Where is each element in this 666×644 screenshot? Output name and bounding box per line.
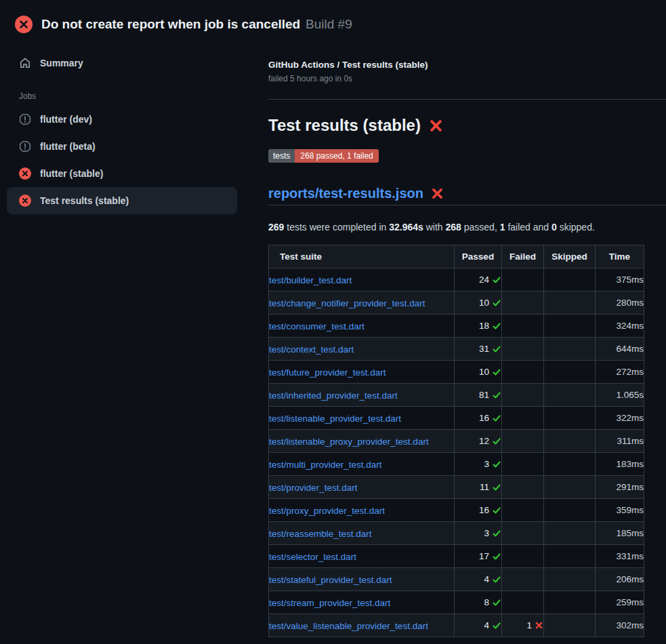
cell-time: 331ms — [596, 545, 644, 568]
column-header-test-suite: Test suite — [269, 245, 455, 268]
cell-failed — [502, 407, 544, 430]
count-value: 17 — [479, 551, 489, 561]
cell-failed: 1 — [502, 614, 544, 637]
sidebar-item-summary[interactable]: Summary — [7, 54, 237, 72]
sidebar-job-item[interactable]: Test results (stable) — [7, 187, 237, 214]
x-icon — [535, 621, 543, 630]
sidebar-job-item[interactable]: flutter (dev) — [7, 106, 237, 133]
count-value: 8 — [484, 597, 489, 607]
job-item-label: Test results (stable) — [40, 195, 129, 206]
summary-segment: skipped. — [557, 222, 595, 233]
check-icon — [492, 414, 501, 423]
report-file-link[interactable]: reports/test-results.json — [268, 186, 423, 201]
cell-failed — [502, 522, 544, 545]
cell-skipped — [544, 568, 596, 591]
failed-icon — [19, 195, 31, 207]
cell-time: 324ms — [596, 315, 644, 338]
check-icon — [492, 344, 501, 354]
test-suite-link[interactable]: test/inherited_provider_test.dart — [269, 390, 398, 401]
cell-failed — [502, 568, 544, 591]
test-suite-link[interactable]: test/future_provider_test.dart — [269, 367, 386, 378]
cell-passed: 3 — [455, 522, 502, 545]
cell-skipped — [544, 453, 596, 476]
cell-failed — [502, 268, 544, 291]
cell-time: 644ms — [596, 338, 644, 361]
cell-skipped — [544, 407, 596, 430]
summary-segment: 1 — [500, 222, 505, 233]
test-suite-link[interactable]: test/consumer_test.dart — [269, 321, 365, 331]
test-suite-link[interactable]: test/builder_test.dart — [269, 275, 352, 285]
cell-skipped — [544, 614, 596, 637]
report-title-row: reports/test-results.json — [268, 186, 666, 205]
cell-passed: 24 — [455, 268, 502, 291]
column-header-time: Time — [596, 245, 644, 268]
cell-skipped — [544, 361, 596, 384]
cell-passed: 31 — [455, 338, 502, 361]
count-value: 4 — [484, 620, 489, 630]
table-header-row: Test suitePassedFailedSkippedTime — [269, 245, 644, 268]
cell-time: 1.065s — [596, 384, 644, 407]
run-build-number: Build #9 — [306, 17, 352, 31]
test-suite-link[interactable]: test/listenable_provider_test.dart — [269, 414, 401, 424]
summary-segment: tests were completed in — [284, 222, 389, 233]
cell-test-suite: test/consumer_test.dart — [269, 315, 455, 338]
breadcrumb: GitHub Actions / Test results (stable) — [268, 60, 666, 70]
test-suite-link[interactable]: test/proxy_provider_test.dart — [269, 506, 385, 516]
test-suite-link[interactable]: test/reassemble_test.dart — [269, 529, 372, 539]
test-summary-text: 269 tests were completed in 32.964s with… — [268, 222, 666, 233]
check-icon — [492, 298, 501, 308]
table-row: test/reassemble_test.dart3185ms — [269, 522, 644, 545]
cell-test-suite: test/builder_test.dart — [269, 268, 455, 291]
run-title: Do not create report when job is cancell… — [41, 17, 300, 31]
tests-status-badge: tests 268 passed, 1 failed — [268, 149, 379, 163]
cell-skipped — [544, 291, 596, 315]
test-suite-link[interactable]: test/change_notifier_provider_test.dart — [269, 298, 425, 308]
test-suite-link[interactable]: test/value_listenable_provider_test.dart — [269, 621, 428, 631]
main-content: GitHub Actions / Test results (stable) f… — [268, 38, 666, 637]
cancelled-icon — [19, 140, 31, 153]
test-suite-link[interactable]: test/listenable_proxy_provider_test.dart — [269, 437, 429, 447]
check-icon — [492, 390, 501, 400]
failed-x-icon — [429, 119, 443, 133]
cell-time: 311ms — [596, 430, 644, 453]
table-row: test/consumer_test.dart18324ms — [269, 315, 644, 338]
test-suite-link[interactable]: test/context_test.dart — [269, 344, 354, 355]
test-suite-link[interactable]: test/multi_provider_test.dart — [269, 460, 382, 470]
count-value: 81 — [479, 390, 489, 400]
cell-skipped — [544, 338, 596, 361]
cancelled-icon — [19, 113, 31, 125]
summary-segment: 32.964s — [389, 222, 423, 233]
cell-passed: 16 — [455, 499, 502, 522]
check-icon — [492, 598, 501, 607]
column-header-skipped: Skipped — [544, 245, 596, 268]
check-icon — [492, 552, 501, 561]
cell-time: 322ms — [596, 407, 644, 430]
cell-skipped — [544, 522, 596, 545]
check-icon — [492, 529, 501, 538]
test-suite-link[interactable]: test/stateful_provider_test.dart — [269, 575, 392, 585]
count-value: 4 — [484, 574, 489, 584]
check-icon — [492, 621, 501, 630]
summary-segment: 269 — [268, 222, 284, 233]
job-item-label: flutter (stable) — [40, 168, 103, 179]
table-row: test/selector_test.dart17331ms — [269, 545, 644, 568]
table-row: test/stream_provider_test.dart8259ms — [269, 591, 644, 614]
cell-passed: 12 — [455, 430, 502, 453]
run-header: Do not create report when job is cancell… — [0, 0, 666, 38]
jobs-section-label: Jobs — [7, 92, 237, 101]
table-row: test/context_test.dart31644ms — [269, 338, 644, 361]
cell-time: 291ms — [596, 476, 644, 499]
count-value: 11 — [480, 482, 489, 492]
count-value: 1 — [526, 620, 532, 630]
job-item-label: flutter (beta) — [40, 141, 96, 152]
test-suite-link[interactable]: test/provider_test.dart — [269, 483, 358, 493]
sidebar-job-item[interactable]: flutter (beta) — [7, 133, 237, 160]
cell-test-suite: test/inherited_provider_test.dart — [269, 384, 455, 407]
test-suite-link[interactable]: test/stream_provider_test.dart — [269, 598, 390, 608]
badge-label: tests — [268, 149, 295, 163]
test-suite-link[interactable]: test/selector_test.dart — [269, 552, 356, 562]
count-value: 10 — [479, 298, 489, 308]
cell-passed: 18 — [455, 315, 502, 338]
cell-failed — [502, 591, 544, 614]
sidebar-job-item[interactable]: flutter (stable) — [7, 160, 237, 187]
